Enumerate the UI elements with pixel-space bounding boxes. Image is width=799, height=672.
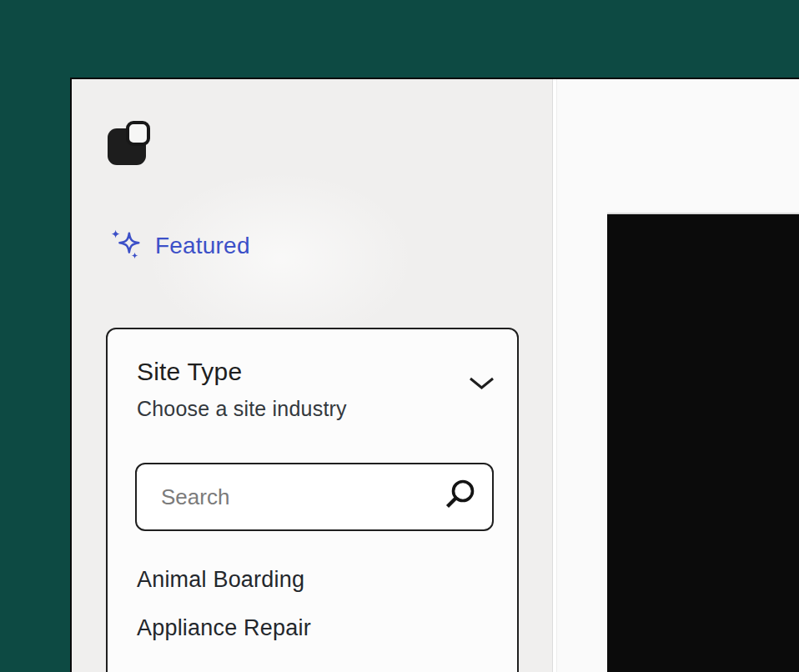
logo-small-square — [126, 121, 150, 146]
content-area — [557, 79, 799, 672]
site-type-title: Site Type — [137, 358, 459, 386]
chevron-down-icon[interactable] — [469, 377, 495, 394]
theme-preview-placeholder — [607, 213, 799, 672]
industry-search — [135, 463, 494, 531]
industry-list-item[interactable]: Animal Boarding — [137, 555, 500, 604]
featured-label: Featured — [155, 233, 250, 259]
sparkle-icon — [108, 228, 145, 264]
industry-list-item[interactable]: Appliance Repair — [137, 604, 500, 652]
app-logo-icon — [108, 128, 146, 165]
site-type-card: Site Type Choose a site industry Animal … — [106, 328, 519, 672]
site-type-header[interactable]: Site Type Choose a site industry — [137, 358, 459, 421]
site-type-subtitle: Choose a site industry — [137, 397, 459, 421]
sidebar-item-featured[interactable]: Featured — [108, 228, 250, 264]
industry-list: Animal BoardingAppliance Repair — [137, 555, 500, 652]
industry-search-input[interactable] — [135, 463, 494, 531]
filters-sidebar: Featured Site Type Choose a site industr… — [72, 79, 552, 672]
main-window-panel: Featured Site Type Choose a site industr… — [70, 78, 799, 672]
